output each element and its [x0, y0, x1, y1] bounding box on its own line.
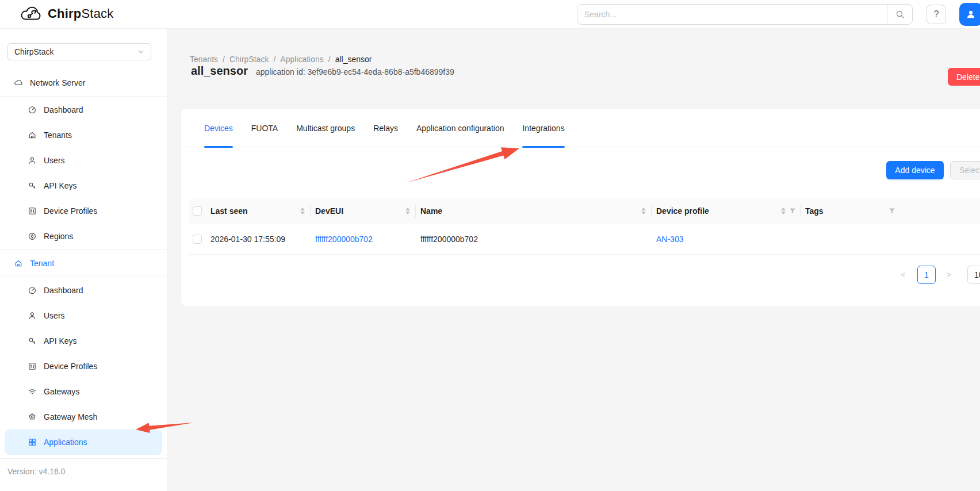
device-profile-link[interactable]: AN-303: [656, 235, 683, 244]
sidebar-item-tenant-gateways[interactable]: Gateways: [0, 379, 167, 404]
dashboard-icon: [28, 286, 37, 295]
sidebar-item-ns-tenants[interactable]: Tenants: [0, 122, 167, 148]
column-header-last-seen[interactable]: Last seen: [206, 198, 311, 224]
key-icon: [28, 181, 37, 190]
sidebar-item-ns-api-keys[interactable]: API Keys: [0, 173, 167, 198]
sidebar-item-tenant-device-profiles[interactable]: Device Profiles: [0, 354, 167, 379]
sidebar-item-tenant-api-keys[interactable]: API Keys: [0, 328, 167, 354]
breadcrumb-chirpstack[interactable]: ChirpStack: [229, 55, 269, 64]
sidebar-item-label: Gateway Mesh: [44, 412, 97, 421]
column-header-spacer: [900, 198, 980, 224]
tenant-select[interactable]: ChirpStack: [7, 43, 151, 60]
home-icon: [14, 259, 23, 268]
sidebar: ChirpStack Network Server Dashboard: [0, 29, 167, 491]
pagination-prev-button[interactable]: <: [894, 266, 912, 284]
sidebar-divider: [0, 250, 167, 250]
sort-caret-icon[interactable]: [300, 208, 305, 214]
page-title: all_sensor: [191, 64, 248, 78]
search-button[interactable]: [887, 5, 912, 24]
key-icon: [28, 336, 37, 346]
top-header: ChirpStack ?: [0, 0, 980, 29]
tenant-select-value: ChirpStack: [14, 47, 53, 56]
tab-label: Devices: [204, 124, 233, 133]
dev-eui-link[interactable]: ffffff200000b702: [315, 235, 373, 244]
tab-label: FUOTA: [251, 124, 278, 133]
sidebar-group-network-server[interactable]: Network Server: [0, 70, 167, 95]
tab-integrations[interactable]: Integrations: [522, 109, 564, 147]
select-all-checkbox[interactable]: [193, 206, 202, 216]
column-label: Name: [420, 206, 639, 216]
sidebar-item-label: Regions: [44, 232, 73, 241]
column-label: Last seen: [210, 206, 298, 216]
breadcrumb-applications[interactable]: Applications: [280, 55, 324, 64]
control-icon: [28, 362, 37, 371]
sidebar-item-ns-regions[interactable]: Regions: [0, 224, 167, 249]
tab-relays[interactable]: Relays: [373, 109, 398, 147]
cell-dev-eui: ffffff200000b702: [311, 224, 416, 254]
pagination-page-1[interactable]: 1: [917, 266, 936, 284]
sidebar-item-ns-dashboard[interactable]: Dashboard: [0, 97, 167, 122]
mesh-icon: [28, 412, 37, 421]
column-header-tags[interactable]: Tags: [801, 198, 900, 224]
sort-caret-icon[interactable]: [405, 208, 410, 214]
delete-application-button[interactable]: Delete application: [948, 68, 980, 86]
row-checkbox[interactable]: [193, 235, 202, 244]
sidebar-item-ns-users[interactable]: Users: [0, 148, 167, 173]
sidebar-item-ns-device-profiles[interactable]: Device Profiles: [0, 198, 167, 224]
user-icon: [28, 156, 37, 165]
content-card: Devices FUOTA Multicast groups Relays Ap…: [181, 109, 980, 306]
tab-devices[interactable]: Devices: [204, 109, 233, 147]
person-icon: [966, 9, 976, 20]
add-device-button[interactable]: Add device: [886, 161, 944, 179]
breadcrumb-separator: /: [223, 55, 225, 64]
column-label: Device profile: [656, 206, 779, 216]
selected-devices-button[interactable]: Selected devices: [950, 161, 980, 179]
page-title-row: all_sensor application id: 3ef9e6b9-ec54…: [191, 64, 454, 78]
help-button[interactable]: ?: [927, 5, 946, 24]
sidebar-item-label: Gateways: [44, 387, 79, 396]
column-header-name[interactable]: Name: [416, 198, 652, 224]
breadcrumb-current: all_sensor: [335, 55, 372, 64]
control-icon: [28, 206, 37, 216]
column-label: Tags: [805, 206, 886, 216]
sidebar-item-label: Tenants: [44, 131, 72, 140]
sidebar-item-label: API Keys: [44, 181, 77, 190]
table-row: 2026-01-30 17:55:09 ffffff200000b702 fff…: [189, 224, 980, 255]
sidebar-item-label: Dashboard: [44, 105, 83, 114]
tab-fuota[interactable]: FUOTA: [251, 109, 278, 147]
tab-bar: Devices FUOTA Multicast groups Relays Ap…: [181, 109, 980, 147]
cell-last-seen: 2026-01-30 17:55:09: [206, 224, 311, 254]
sidebar-item-label: Device Profiles: [44, 362, 97, 371]
appstore-icon: [28, 438, 37, 447]
table-header-row: Last seen DevEUI Name Device profile Tag…: [189, 198, 980, 224]
column-header-device-profile[interactable]: Device profile: [652, 198, 801, 224]
sidebar-item-label: Users: [44, 156, 65, 165]
sidebar-item-tenant-applications[interactable]: Applications: [5, 429, 162, 455]
user-avatar-button[interactable]: [959, 3, 980, 26]
sidebar-item-tenant-users[interactable]: Users: [0, 303, 167, 328]
sidebar-item-label: Dashboard: [44, 286, 83, 295]
breadcrumb: Tenants / ChirpStack / Applications / al…: [190, 55, 372, 64]
logo-text: ChirpStack: [48, 6, 113, 21]
chirpstack-logo: ChirpStack: [19, 5, 113, 23]
sidebar-item-tenant-gateway-mesh[interactable]: Gateway Mesh: [0, 404, 167, 429]
pagination: < 1 > 10 / page: [181, 266, 980, 284]
sort-caret-icon[interactable]: [641, 208, 646, 214]
version-label: Version: v4.16.0: [0, 458, 167, 491]
breadcrumb-tenants[interactable]: Tenants: [190, 55, 218, 64]
tab-application-configuration[interactable]: Application configuration: [416, 109, 504, 147]
devices-table: Last seen DevEUI Name Device profile Tag…: [189, 198, 980, 255]
pagination-next-button[interactable]: >: [940, 266, 958, 284]
search-input[interactable]: [577, 10, 887, 19]
tab-multicast-groups[interactable]: Multicast groups: [296, 109, 355, 147]
funnel-icon[interactable]: [789, 208, 796, 214]
funnel-icon[interactable]: [889, 208, 895, 214]
sidebar-group-label: Network Server: [30, 78, 85, 87]
sidebar-item-tenant-dashboard[interactable]: Dashboard: [0, 278, 167, 303]
sidebar-group-tenant[interactable]: Tenant: [0, 251, 167, 276]
global-search: [577, 4, 913, 25]
breadcrumb-separator: /: [328, 55, 331, 64]
page-size-select[interactable]: 10 / page: [967, 266, 980, 284]
column-header-dev-eui[interactable]: DevEUI: [311, 198, 416, 224]
sort-caret-icon[interactable]: [781, 208, 786, 214]
